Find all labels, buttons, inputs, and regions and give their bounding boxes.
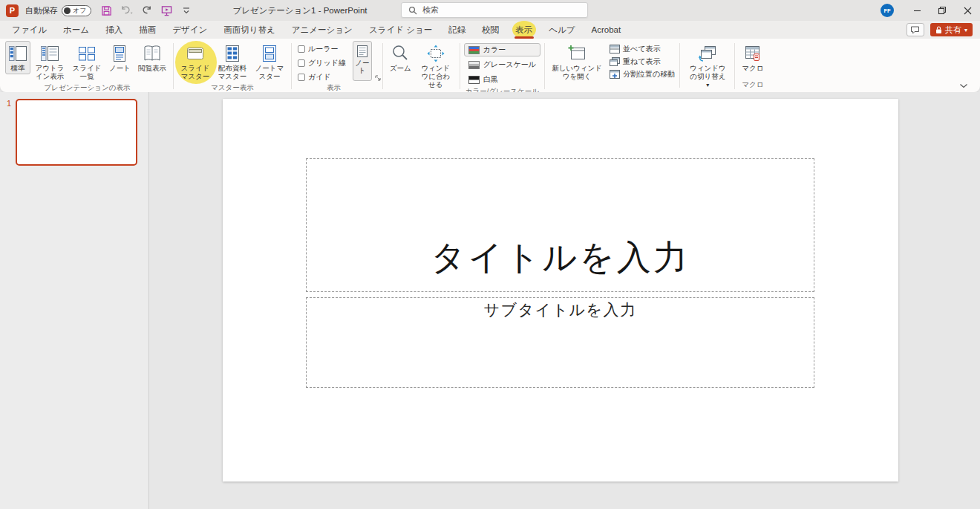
- zoom-button[interactable]: ズーム: [387, 41, 414, 74]
- document-title: プレゼンテーション1 - PowerPoint: [232, 5, 367, 16]
- search-icon: [408, 6, 417, 15]
- subtitle-placeholder[interactable]: サブタイトルを入力: [306, 297, 814, 388]
- reading-view-button[interactable]: 閲覧表示: [135, 41, 169, 74]
- ruler-checkbox[interactable]: ルーラー: [298, 44, 346, 54]
- undo-icon: [120, 5, 133, 16]
- subtitle-placeholder-text: サブタイトルを入力: [484, 299, 637, 320]
- tab-help[interactable]: ヘルプ: [540, 21, 583, 39]
- handout-master-button[interactable]: 配布資料マスター: [215, 41, 250, 82]
- outline-view-button[interactable]: アウトライン表示: [32, 41, 68, 82]
- close-button[interactable]: [955, 0, 980, 21]
- avatar[interactable]: FF: [881, 4, 894, 17]
- close-icon: [964, 7, 972, 15]
- macros-button[interactable]: マクロ: [739, 41, 766, 74]
- cascade-icon: [610, 57, 620, 66]
- black-white-icon: [468, 76, 480, 84]
- autosave-state: オフ: [73, 6, 86, 16]
- slide-canvas[interactable]: タイトルを入力 サブタイトルを入力: [223, 99, 898, 482]
- tab-acrobat[interactable]: Acrobat: [584, 21, 630, 39]
- notes-toggle-button[interactable]: ノート: [353, 41, 372, 81]
- tab-design[interactable]: デザイン: [164, 21, 215, 39]
- new-window-icon: [567, 44, 587, 63]
- new-window-button[interactable]: 新しいウィンドウを開く: [549, 41, 605, 82]
- slide-master-icon: [186, 44, 205, 63]
- autosave-control[interactable]: 自動保存 オフ: [25, 5, 91, 16]
- zoom-icon: [391, 44, 410, 63]
- tab-file[interactable]: ファイル: [4, 21, 55, 39]
- group-macros: マクロ マクロ: [735, 41, 770, 92]
- save-icon: [101, 5, 112, 16]
- inner-separator: [679, 43, 680, 88]
- qat-more-icon: [183, 7, 190, 14]
- notes-master-button[interactable]: ノートマスター: [252, 41, 287, 82]
- normal-view-button[interactable]: 標準: [5, 41, 30, 74]
- share-button[interactable]: 共有 ▾: [930, 23, 973, 36]
- notes-master-icon: [260, 44, 279, 63]
- switch-windows-button[interactable]: ウィンドウの切り替え ▾: [685, 41, 731, 91]
- checkbox-icon: [298, 74, 305, 81]
- powerpoint-app-icon[interactable]: P: [6, 4, 19, 17]
- minimize-button[interactable]: [904, 0, 930, 21]
- search-placeholder: 検索: [422, 4, 439, 16]
- collapse-ribbon-button[interactable]: [959, 83, 968, 88]
- undo-button[interactable]: [119, 3, 134, 18]
- restore-icon: [938, 6, 947, 15]
- group-master-views: スライドマスター 配布資料マスター ノートマスター マスター表示: [174, 41, 291, 92]
- slide-sorter-button[interactable]: スライド一覧: [69, 41, 105, 82]
- tab-animations[interactable]: アニメーション: [284, 21, 361, 39]
- group-window: 新しいウィンドウを開く 並べて表示 重ねて表示 分割位置の移動: [545, 41, 734, 92]
- slide-thumbnail-panel: 1: [0, 92, 149, 509]
- show-dialog-launcher[interactable]: [375, 75, 382, 82]
- switch-windows-icon: [698, 44, 717, 63]
- search-input[interactable]: 検索: [401, 2, 588, 18]
- group-presentation-views: 標準 アウトライン表示 スライド一覧 ノート 閲覧表示 プレゼンテーションの表示: [1, 41, 173, 92]
- color-icon: [468, 46, 480, 54]
- normal-view-icon: [8, 44, 27, 63]
- slide-master-button[interactable]: スライドマスター: [177, 41, 213, 82]
- fit-window-icon: [426, 44, 445, 63]
- titlebar-right: FF: [881, 0, 980, 21]
- qat-customize-button[interactable]: [179, 3, 194, 18]
- gridlines-checkbox[interactable]: グリッド線: [298, 58, 346, 68]
- tab-view[interactable]: 表示: [507, 21, 540, 39]
- tab-draw[interactable]: 描画: [131, 21, 164, 39]
- move-split-button[interactable]: 分割位置の移動: [610, 69, 675, 80]
- fit-to-window-button[interactable]: ウィンドウに合わせる: [416, 41, 456, 91]
- black-white-option[interactable]: 白黒: [464, 73, 540, 86]
- ribbon-view-tab: 標準 アウトライン表示 スライド一覧 ノート 閲覧表示 プレゼンテーションの表示: [0, 39, 980, 92]
- group-zoom: ズーム ウィンドウに合わせる ズーム: [383, 41, 460, 92]
- start-slideshow-button[interactable]: [159, 3, 174, 18]
- comments-button[interactable]: [906, 23, 924, 36]
- arrange-all-button[interactable]: 並べて表示: [610, 44, 675, 54]
- cascade-button[interactable]: 重ねて表示: [610, 56, 675, 67]
- reading-view-icon: [143, 44, 162, 63]
- redo-button[interactable]: [139, 3, 154, 18]
- guides-checkbox[interactable]: ガイド: [298, 72, 346, 82]
- lock-icon: [935, 26, 942, 34]
- color-option[interactable]: カラー: [464, 43, 540, 56]
- notes-page-button[interactable]: ノート: [106, 41, 134, 74]
- tab-transitions[interactable]: 画面切り替え: [215, 21, 284, 39]
- tab-slideshow[interactable]: スライド ショー: [361, 21, 440, 39]
- chevron-down-icon: ▾: [706, 82, 709, 88]
- notes-icon: [356, 45, 368, 58]
- title-placeholder-text: タイトルを入力: [431, 235, 689, 281]
- tab-record[interactable]: 記録: [440, 21, 474, 39]
- tab-insert[interactable]: 挿入: [97, 21, 131, 39]
- tab-review[interactable]: 校閲: [474, 21, 507, 39]
- titlebar: P 自動保存 オフ プレゼンテーション1 - PowerPoint 検索 FF: [0, 0, 980, 21]
- minimize-icon: [913, 7, 921, 15]
- redo-icon: [141, 5, 152, 16]
- tab-home[interactable]: ホーム: [55, 21, 97, 39]
- move-split-icon: [610, 70, 620, 79]
- grayscale-option[interactable]: グレースケール: [464, 58, 540, 71]
- restore-button[interactable]: [930, 0, 955, 21]
- quick-access-toolbar: [99, 3, 194, 18]
- slide-thumbnail[interactable]: [16, 99, 137, 166]
- title-placeholder[interactable]: タイトルを入力: [306, 158, 814, 292]
- handout-master-icon: [223, 44, 242, 63]
- save-button[interactable]: [99, 3, 114, 18]
- ribbon-tabs: ファイル ホーム 挿入 描画 デザイン 画面切り替え アニメーション スライド …: [0, 21, 980, 39]
- toggle-dot-icon: [64, 7, 71, 14]
- autosave-toggle[interactable]: オフ: [62, 5, 91, 16]
